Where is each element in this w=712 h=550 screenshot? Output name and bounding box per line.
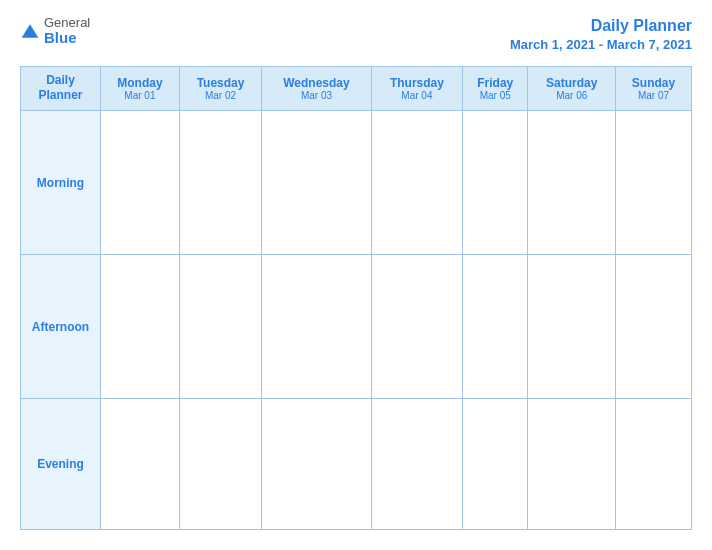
- planner-table: Daily Planner MondayMar 01TuesdayMar 02W…: [20, 66, 692, 530]
- row-morning: Morning: [21, 110, 692, 254]
- logo-blue: Blue: [44, 30, 90, 47]
- cell-afternoon-friday[interactable]: [463, 255, 528, 399]
- cell-evening-tuesday[interactable]: [179, 399, 261, 530]
- cell-morning-saturday[interactable]: [528, 110, 616, 254]
- cell-morning-wednesday[interactable]: [262, 110, 371, 254]
- col-header-monday: MondayMar 01: [101, 66, 180, 110]
- label-evening: Evening: [21, 399, 101, 530]
- title-area: Daily Planner March 1, 2021 - March 7, 2…: [510, 16, 692, 52]
- row-afternoon: Afternoon: [21, 255, 692, 399]
- page-header: General Blue Daily Planner March 1, 2021…: [20, 16, 692, 52]
- logo: General Blue: [20, 16, 90, 47]
- cell-afternoon-sunday[interactable]: [616, 255, 692, 399]
- cell-morning-friday[interactable]: [463, 110, 528, 254]
- col-header-tuesday: TuesdayMar 02: [179, 66, 261, 110]
- cell-evening-thursday[interactable]: [371, 399, 462, 530]
- row-evening: Evening: [21, 399, 692, 530]
- table-header-row: Daily Planner MondayMar 01TuesdayMar 02W…: [21, 66, 692, 110]
- cell-afternoon-monday[interactable]: [101, 255, 180, 399]
- label-afternoon: Afternoon: [21, 255, 101, 399]
- col-header-saturday: SaturdayMar 06: [528, 66, 616, 110]
- logo-text: General Blue: [44, 16, 90, 47]
- cell-evening-wednesday[interactable]: [262, 399, 371, 530]
- cell-afternoon-wednesday[interactable]: [262, 255, 371, 399]
- cell-afternoon-thursday[interactable]: [371, 255, 462, 399]
- cell-evening-friday[interactable]: [463, 399, 528, 530]
- cell-morning-monday[interactable]: [101, 110, 180, 254]
- col-header-thursday: ThursdayMar 04: [371, 66, 462, 110]
- svg-marker-0: [22, 25, 39, 38]
- cell-morning-sunday[interactable]: [616, 110, 692, 254]
- planner-title: Daily Planner: [510, 16, 692, 37]
- corner-label: Daily Planner: [25, 73, 96, 104]
- cell-morning-tuesday[interactable]: [179, 110, 261, 254]
- label-morning: Morning: [21, 110, 101, 254]
- cell-evening-sunday[interactable]: [616, 399, 692, 530]
- cell-evening-saturday[interactable]: [528, 399, 616, 530]
- cell-afternoon-tuesday[interactable]: [179, 255, 261, 399]
- planner-date-range: March 1, 2021 - March 7, 2021: [510, 37, 692, 52]
- generalblue-icon: [20, 21, 40, 41]
- col-header-sunday: SundayMar 07: [616, 66, 692, 110]
- logo-general: General: [44, 16, 90, 30]
- cell-evening-monday[interactable]: [101, 399, 180, 530]
- cell-afternoon-saturday[interactable]: [528, 255, 616, 399]
- cell-morning-thursday[interactable]: [371, 110, 462, 254]
- col-header-friday: FridayMar 05: [463, 66, 528, 110]
- col-header-wednesday: WednesdayMar 03: [262, 66, 371, 110]
- corner-header: Daily Planner: [21, 66, 101, 110]
